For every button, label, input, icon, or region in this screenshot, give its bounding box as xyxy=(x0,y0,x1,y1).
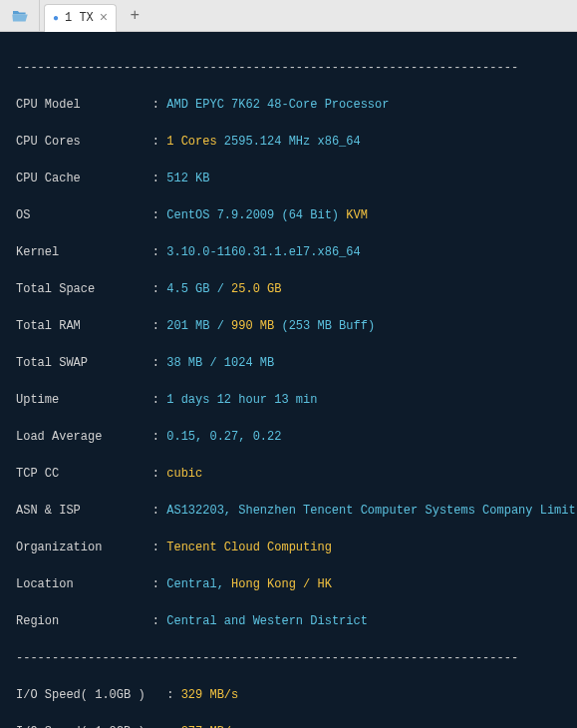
cpu-cores-freq: 2595.124 MHz x86_64 xyxy=(224,135,361,149)
new-tab-button[interactable]: + xyxy=(125,6,144,26)
org-label: Organization xyxy=(16,539,102,557)
io-row-2: I/O Speed( 1.0GB ) : 277 MB/s xyxy=(4,723,573,729)
ram-buff: (253 MB Buff) xyxy=(281,319,375,333)
tab-1tx[interactable]: ● 1 TX × xyxy=(44,4,117,32)
tab-bar: ● 1 TX × + xyxy=(0,0,577,32)
space-row: Total Space : 4.5 GB / 25.0 GB xyxy=(4,280,573,299)
loc-row: Location : Central, Hong Kong / HK xyxy=(4,575,573,594)
folder-open-icon xyxy=(11,9,29,23)
swap-value: 38 MB / 1024 MB xyxy=(166,356,274,370)
cpu-model-label: CPU Model xyxy=(16,96,81,115)
load-label: Load Average xyxy=(16,428,102,447)
cpu-cache-label: CPU Cache xyxy=(16,170,81,188)
region-value: Central and Western District xyxy=(166,614,368,628)
swap-label: Total SWAP xyxy=(16,354,88,373)
kernel-label: Kernel xyxy=(16,243,59,262)
io-value: 277 MB/s xyxy=(181,725,239,729)
load-row: Load Average : 0.15, 0.27, 0.22 xyxy=(4,428,573,447)
tcp-value: cubic xyxy=(166,467,202,481)
io-value: 329 MB/s xyxy=(181,688,239,702)
org-row: Organization : Tencent Cloud Computing xyxy=(4,539,573,557)
cpu-cores-label: CPU Cores xyxy=(16,133,81,152)
space-cap: 25.0 GB xyxy=(231,282,281,296)
tab-label: 1 TX xyxy=(65,11,94,25)
kernel-row: Kernel : 3.10.0-1160.31.1.el7.x86_64 xyxy=(4,243,573,262)
io-label: I/O Speed( 1.0GB ) xyxy=(16,723,145,729)
asn-label: ASN & ISP xyxy=(16,502,81,521)
os-value: CentOS 7.9.2009 (64 Bit) xyxy=(166,208,339,222)
uptime-value: 1 days 12 hour 13 min xyxy=(166,393,317,407)
region-label: Region xyxy=(16,612,59,631)
os-hypervisor: KVM xyxy=(346,208,368,222)
cpu-cores-count: 1 Cores xyxy=(166,135,216,149)
terminal-output: ----------------------------------------… xyxy=(0,32,577,728)
ram-row: Total RAM : 201 MB / 990 MB (253 MB Buff… xyxy=(4,317,573,336)
asn-value: AS132203, Shenzhen Tencent Computer Syst… xyxy=(166,504,575,518)
divider: ----------------------------------------… xyxy=(4,649,573,668)
cpu-cache-row: CPU Cache : 512 KB xyxy=(4,170,573,188)
os-row: OS : CentOS 7.9.2009 (64 Bit) KVM xyxy=(4,206,573,225)
io-row-1: I/O Speed( 1.0GB ) : 329 MB/s xyxy=(4,686,573,705)
ram-label: Total RAM xyxy=(16,317,81,336)
loc-city: Central, xyxy=(166,577,224,591)
org-value: Tencent Cloud Computing xyxy=(166,541,332,554)
cpu-model-row: CPU Model : AMD EPYC 7K62 48-Core Proces… xyxy=(4,96,573,115)
uptime-row: Uptime : 1 days 12 hour 13 min xyxy=(4,391,573,410)
swap-row: Total SWAP : 38 MB / 1024 MB xyxy=(4,354,573,373)
loc-region: Hong Kong / HK xyxy=(231,577,332,591)
tcp-label: TCP CC xyxy=(16,465,59,484)
space-used: 4.5 GB / xyxy=(166,282,224,296)
asn-row: ASN & ISP : AS132203, Shenzhen Tencent C… xyxy=(4,502,573,521)
tab-modified-dot: ● xyxy=(53,13,59,24)
cpu-model-value: AMD EPYC 7K62 48-Core Processor xyxy=(166,98,389,112)
close-icon[interactable]: × xyxy=(100,10,108,26)
space-label: Total Space xyxy=(16,280,95,299)
loc-label: Location xyxy=(16,575,74,594)
kernel-value: 3.10.0-1160.31.1.el7.x86_64 xyxy=(166,245,360,259)
region-row: Region : Central and Western District xyxy=(4,612,573,631)
folder-button[interactable] xyxy=(0,0,40,32)
cpu-cache-value: 512 KB xyxy=(166,172,209,185)
ram-cap: 990 MB xyxy=(231,319,274,333)
tcp-row: TCP CC : cubic xyxy=(4,465,573,484)
io-label: I/O Speed( 1.0GB ) xyxy=(16,686,145,705)
uptime-label: Uptime xyxy=(16,391,59,410)
os-label: OS xyxy=(16,206,30,225)
divider: ----------------------------------------… xyxy=(4,59,573,78)
load-value: 0.15, 0.27, 0.22 xyxy=(166,430,281,444)
cpu-cores-row: CPU Cores : 1 Cores 2595.124 MHz x86_64 xyxy=(4,133,573,152)
ram-used: 201 MB / xyxy=(166,319,224,333)
